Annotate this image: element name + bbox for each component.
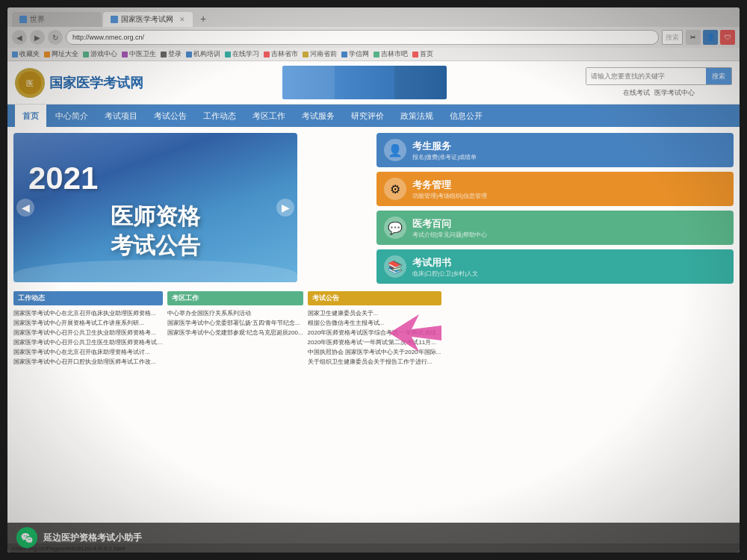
service-student-btn[interactable]: 👤 考生服务 报名|缴费|准考证|成绩单 [376, 133, 734, 167]
exam-work-item-2[interactable]: 国家医学考试中心党委部署弘扬'五四'青年节纪念... [167, 318, 303, 328]
header-search-area: 搜索 在线考试 医学考试中心 [586, 67, 732, 98]
bookmark-login[interactable]: 登录 [161, 49, 182, 59]
bookmark-online[interactable]: 在线学习 [225, 49, 259, 59]
svg-rect-3 [282, 66, 335, 99]
refresh-button[interactable]: ↻ [48, 30, 63, 45]
bookmark-training[interactable]: 机构培训 [186, 49, 220, 59]
bookmark-henan[interactable]: 河南省前 [303, 49, 337, 59]
nav-item-dynamics[interactable]: 工作动态 [196, 105, 244, 127]
browser-tabs: 世界 国家医学考试网 ✕ + [12, 10, 735, 27]
service-faq-btn[interactable]: 💬 医考百问 考试介绍|常见问题|帮助中心 [376, 211, 734, 245]
header-search-button[interactable]: 搜索 [706, 68, 731, 84]
announce-item-6[interactable]: 关于组织卫生健康委员会关于报告工作于进行... [308, 357, 442, 367]
nav-item-announce[interactable]: 考试公告 [146, 105, 194, 127]
bookmark-xuexin[interactable]: 学信网 [341, 49, 369, 59]
nav-item-research-label: 研究评价 [351, 111, 384, 122]
announce-item-1[interactable]: 国家卫生健康委员会关于... [308, 308, 442, 318]
back-button[interactable]: ◀ [12, 30, 27, 45]
header-search-field[interactable] [586, 68, 706, 84]
browser-chrome: 世界 国家医学考试网 ✕ + [7, 7, 740, 27]
site-nav: 首页 中心简介 考试项目 考试公告 工作动态 考区工作 考试服务 研究评价 [7, 105, 740, 127]
wechat-footer: 延边医护资格考试小助手 [7, 523, 740, 553]
slider-content: 2021 医师资格 考试公告 ◀ ▶ [13, 133, 297, 282]
browser-search-box[interactable]: 搜索 [662, 30, 683, 45]
browser-search-placeholder: 搜索 [666, 33, 679, 43]
bookmark-icon-4 [122, 52, 128, 57]
slider-title-line2: 考试公告 [111, 231, 200, 260]
bookmark-icon-8 [264, 52, 270, 57]
slider-year: 2021 [28, 163, 98, 194]
site-logo: 医 国家医学考试网 [15, 68, 143, 98]
nav-item-districts-label: 考区工作 [252, 111, 285, 122]
work-news-item-5[interactable]: 国家医学考试中心在北京召开临床助理资格考试讨... [13, 347, 163, 357]
toolbar-scissors-icon[interactable]: ✂ [686, 30, 701, 45]
header-link-exam[interactable]: 在线考试 [623, 88, 650, 98]
work-news-item-4[interactable]: 国家医学考试中心召开公共卫生医生助理医师资格考试工作会议 [13, 337, 163, 347]
bookmark-games[interactable]: 游戏中心 [83, 49, 117, 59]
service-management-btn[interactable]: ⚙ 考务管理 功能管理|考场组织|信息管理 [376, 172, 734, 206]
header-link-center[interactable]: 医学考试中心 [654, 88, 695, 98]
slider-title-line1: 医师资格 [111, 202, 200, 231]
bookmark-label-2: 网址大全 [52, 49, 78, 59]
service-faq-subtitle: 考试介绍|常见问题|帮助中心 [412, 231, 487, 239]
bookmark-label-7: 在线学习 [232, 49, 259, 59]
nav-item-exams[interactable]: 考试项目 [97, 105, 145, 127]
nav-item-policy-label: 政策法规 [400, 111, 433, 122]
bookmark-label: 收藏夹 [19, 49, 40, 59]
nav-item-policy[interactable]: 政策法规 [393, 105, 441, 127]
tab-close-icon[interactable]: ✕ [179, 16, 185, 23]
site-logo-text: 国家医学考试网 [49, 74, 143, 92]
slider-wave [13, 260, 297, 282]
exam-work-header: 考区工作 [167, 291, 303, 305]
logo-emblem: 医 [15, 68, 45, 98]
service-student-title: 考生服务 [412, 140, 477, 153]
bookmark-icon [12, 52, 18, 57]
service-student-emoji: 👤 [388, 143, 403, 158]
work-news-header: 工作动态 [13, 291, 163, 305]
nav-item-services[interactable]: 考试服务 [294, 105, 342, 127]
nav-item-home[interactable]: 首页 [15, 105, 46, 127]
nav-item-research[interactable]: 研究评价 [344, 105, 391, 127]
address-bar[interactable]: http://www.nmec.org.cn/ [66, 30, 659, 45]
work-news-item-2[interactable]: 国家医学考试中心开展资格考试工作讲座系列研... [13, 318, 163, 328]
forward-button[interactable]: ▶ [30, 30, 45, 45]
announce-item-2[interactable]: 根据公告微信考生主报考试... [308, 318, 442, 328]
main-content: 2021 医师资格 考试公告 ◀ ▶ 工 [7, 127, 740, 544]
new-tab-button[interactable]: + [194, 10, 212, 27]
work-news-item-6[interactable]: 国家医学考试中心召开口腔执业助理医师考试工作改... [13, 357, 163, 367]
bookmark-label-12: 首页 [420, 49, 433, 59]
bookmark-jilin[interactable]: 吉林省市 [264, 49, 298, 59]
bookmark-tcm[interactable]: 中医卫生 [122, 49, 156, 59]
service-books-subtitle: 临床|口腔|公卫|乡村|人文 [412, 270, 478, 278]
work-news-col: 工作动态 国家医学考试中心在北京召开临床执业助理医师资格... 国家医学考试中心… [13, 291, 163, 367]
exam-work-item-3[interactable]: 国家医学考试中心党建部参观'纪念马克思诞辰200... [167, 328, 303, 337]
announce-item-3[interactable]: 2020年医师资格考试医学综合考试'一年两试'成绩... [308, 328, 442, 337]
work-news-item-3[interactable]: 国家医学考试中心召开公共卫生执业助理医师资格考... [13, 328, 163, 337]
nav-item-info[interactable]: 信息公开 [442, 105, 490, 127]
announce-header: 考试公告 [308, 291, 442, 305]
service-books-btn[interactable]: 📚 考试用书 临床|口腔|公卫|乡村|人文 [376, 249, 734, 284]
nav-item-intro[interactable]: 中心简介 [48, 105, 96, 127]
bookmark-favorites[interactable]: 收藏夹 [12, 49, 40, 59]
toolbar-user-icon[interactable]: 👤 [703, 30, 718, 45]
header-search-input[interactable]: 搜索 [586, 67, 732, 85]
announce-item-4[interactable]: 2020年医师资格考试'一年两试'第二次考试11月... [308, 337, 442, 347]
bookmark-label-4: 中医卫生 [129, 49, 156, 59]
bookmark-home[interactable]: 首页 [412, 49, 433, 59]
service-books-icon: 📚 [384, 255, 406, 278]
announce-item-5[interactable]: 中国执照协会 国家医学考试中心关于2020年国际... [308, 347, 442, 357]
tab-world[interactable]: 世界 [12, 12, 102, 27]
bookmark-jlcity[interactable]: 吉林市吧 [374, 49, 408, 59]
bookmark-webdirectory[interactable]: 网址大全 [44, 49, 78, 59]
tab-favicon-world [19, 16, 27, 23]
work-news-item-1[interactable]: 国家医学考试中心在北京召开临床执业助理医师资格... [13, 308, 163, 318]
slider-next-button[interactable]: ▶ [276, 199, 294, 217]
toolbar-shield-icon[interactable]: 🛡 [720, 30, 735, 45]
nav-item-districts[interactable]: 考区工作 [245, 105, 293, 127]
service-student-info: 考生服务 报名|缴费|准考证|成绩单 [412, 140, 477, 161]
slider-prev-button[interactable]: ◀ [16, 199, 34, 217]
service-management-icon: ⚙ [384, 178, 406, 200]
tab-nmec[interactable]: 国家医学考试网 ✕ [103, 12, 193, 27]
exam-work-item-1[interactable]: 中心举办全国医疗关系系列活动 [167, 308, 303, 318]
logo-emblem-svg: 医 [16, 69, 43, 96]
